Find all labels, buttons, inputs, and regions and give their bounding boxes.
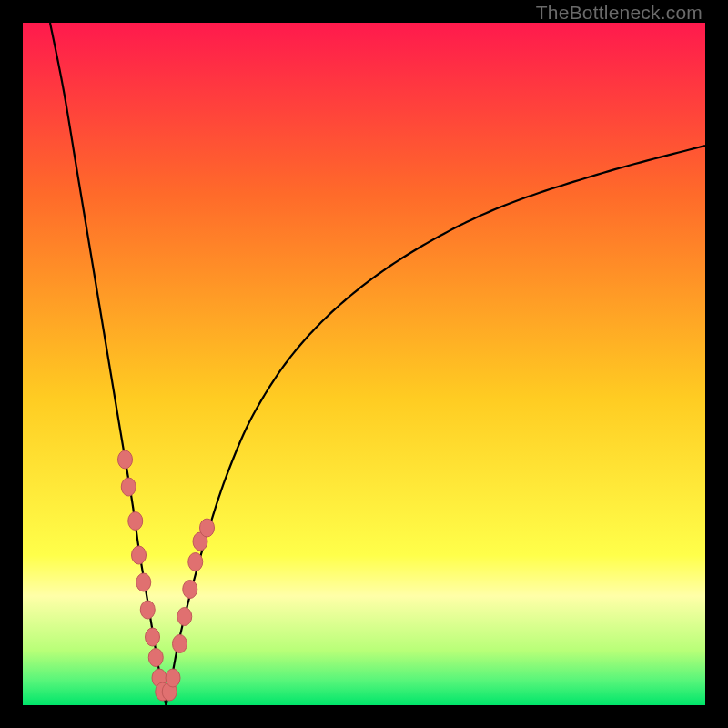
curve-marker (136, 573, 151, 592)
chart-frame: TheBottleneck.com (0, 0, 728, 728)
curve-markers (118, 450, 215, 701)
curve-marker (177, 608, 192, 626)
curve-marker (188, 553, 203, 571)
curve-marker (200, 519, 215, 537)
bottleneck-curve-right (167, 146, 706, 705)
curve-marker (140, 601, 155, 619)
plot-area (23, 23, 705, 705)
curve-marker (121, 478, 136, 496)
curve-marker (183, 581, 197, 599)
curve-marker (173, 635, 187, 653)
curve-marker (148, 649, 163, 667)
curve-marker (118, 450, 133, 469)
watermark-text: TheBottleneck.com (536, 2, 703, 24)
curve-marker (166, 669, 180, 687)
curve-marker (146, 628, 160, 646)
curve-marker (128, 512, 143, 531)
curve-marker (132, 546, 147, 564)
curve-layer (23, 23, 705, 705)
